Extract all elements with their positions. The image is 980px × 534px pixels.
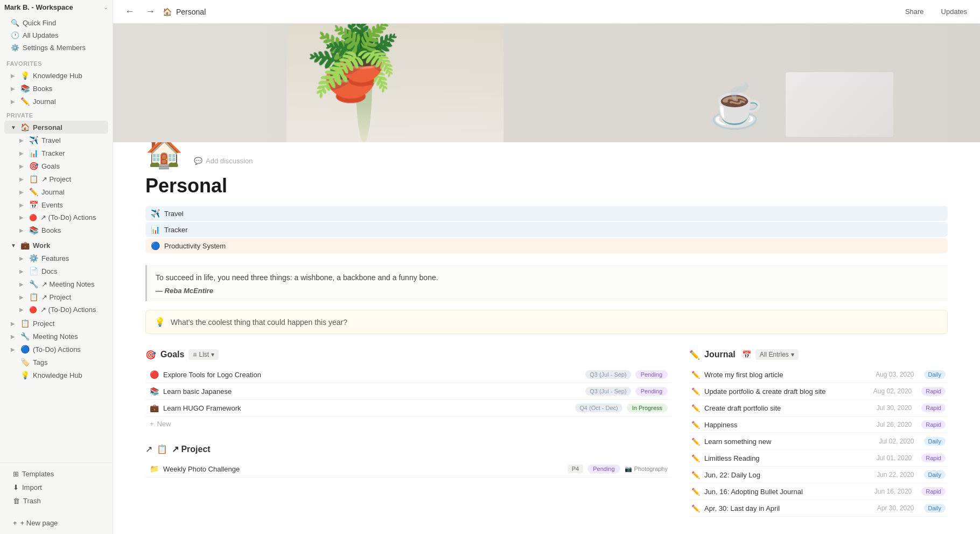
share-button[interactable]: Share — [901, 5, 928, 18]
sidebar-item-docs[interactable]: ▶📄 Docs — [4, 265, 108, 278]
cover-photo: 🪴 ☕ — [113, 24, 980, 142]
pencil-icon-3: ✏️ — [691, 421, 700, 429]
updates-button[interactable]: Updates — [937, 5, 971, 18]
import-icon: ⬇ — [13, 483, 19, 491]
forward-button[interactable]: → — [142, 5, 158, 18]
sidebar-item-events[interactable]: ▶📅 Events — [4, 198, 108, 211]
journal-entry-0[interactable]: ✏️ Wrote my first blog article Aug 03, 2… — [689, 366, 948, 383]
sidebar-item-meeting-notes-top[interactable]: ▶🔧 Meeting Notes — [4, 330, 108, 343]
linked-row-productivity[interactable]: 🔵 Productivity System — [145, 238, 948, 253]
breadcrumb-text: Personal — [176, 8, 206, 16]
settings-members[interactable]: ⚙️ Settings & Members — [4, 41, 108, 54]
add-discussion[interactable]: 💬 Add discussion — [190, 155, 257, 167]
quote-block: To succeed in life, you need three thing… — [145, 265, 948, 301]
journal-entry-5[interactable]: ✏️ Limitless Reading Jul 01, 2020 Rapid — [689, 450, 948, 467]
all-updates[interactable]: 🕐 All Updates — [4, 29, 108, 41]
sidebar-item-tracker[interactable]: ▶📊 Tracker — [4, 147, 108, 159]
journal-entries-list: ✏️ Wrote my first blog article Aug 03, 2… — [689, 366, 948, 517]
sidebar-item-todo-work[interactable]: ▶🔴 ↗ (To-Do) Actions — [4, 303, 108, 316]
updates-icon: 🕐 — [11, 31, 19, 39]
new-page-button[interactable]: + + New page — [9, 516, 104, 530]
journal-entry-1[interactable]: ✏️ Update portfolio & create draft blog … — [689, 383, 948, 400]
right-column: ✏️ Journal 📅 All Entries ▾ ✏️ Wrote my f… — [689, 349, 948, 517]
project-row-0[interactable]: 📁 Weekly Photo Challenge P4 Pending 📷 Ph… — [145, 461, 672, 477]
import-item[interactable]: ⬇ Import — [9, 481, 104, 494]
linked-row-tracker[interactable]: 📊 Tracker — [145, 222, 948, 237]
trash-item[interactable]: 🗑 Trash — [9, 494, 104, 508]
journal-entry-8[interactable]: ✏️ Apr, 30: Last day in April Apr 30, 20… — [689, 500, 948, 517]
linked-travel-label: Travel — [164, 210, 184, 218]
sidebar-item-books-personal[interactable]: ▶📚 Books — [4, 224, 108, 237]
photography-icon: 📷 — [625, 466, 632, 473]
journal-entry-date-8: Apr 30, 2020 — [877, 504, 914, 512]
plus-icon-goals: + — [150, 420, 154, 428]
templates-item[interactable]: ⊞ Templates — [9, 467, 104, 481]
pencil-icon-1: ✏️ — [691, 387, 700, 396]
goal-row-2[interactable]: 💼 Learn HUGO Framework Q4 (Oct - Dec) In… — [145, 400, 672, 417]
project-priority-0: P4 — [568, 464, 583, 473]
journal-entry-date-6: Jun 22, 2020 — [877, 471, 914, 478]
productivity-icon: 🔵 — [151, 241, 160, 250]
sidebar-item-meeting-notes-work[interactable]: ▶🔧 ↗ Meeting Notes — [4, 278, 108, 290]
goals-section: 🎯 Goals ≡ List ▾ 🔴 Explore Tools for Log… — [145, 349, 672, 431]
goals-title: Goals — [160, 350, 184, 359]
page-content: 🪴 ☕ 🏠 💬 Add discussion Personal ✈️ Trave… — [113, 24, 980, 534]
sidebar-item-goals[interactable]: ▶🎯 Goals — [4, 159, 108, 172]
journal-entry-name-7: Jun, 16: Adopting Bullet Journal — [704, 488, 870, 496]
pencil-icon-0: ✏️ — [691, 371, 700, 379]
sidebar-item-journal-personal[interactable]: ▶✏️ Journal — [4, 185, 108, 198]
journal-entry-tag-5: Rapid — [921, 454, 946, 462]
prompt-block: 💡 What's the coolest thing that could ha… — [145, 310, 948, 334]
linked-productivity-label: Productivity System — [164, 242, 226, 250]
sidebar-item-knowledge-hub[interactable]: ▶💡 Knowledge Hub — [4, 69, 108, 82]
sidebar-item-personal[interactable]: ▼🏠 Personal — [4, 121, 108, 134]
journal-entry-3[interactable]: ✏️ Happiness Jul 26, 2020 Rapid — [689, 417, 948, 433]
journal-entry-6[interactable]: ✏️ Jun, 22: Daily Log Jun 22, 2020 Daily — [689, 467, 948, 483]
journal-entry-date-4: Jul 02, 2020 — [879, 438, 914, 445]
goal-name-2: Learn HUGO Framework — [163, 404, 575, 412]
sidebar-item-features[interactable]: ▶⚙️ Features — [4, 252, 108, 265]
project-section: ↗ 📋 ↗ Project 📁 Weekly Photo Challenge P… — [145, 444, 672, 477]
goals-header: 🎯 Goals ≡ List ▾ — [145, 349, 672, 360]
journal-entry-date-1: Aug 02, 2020 — [873, 387, 912, 395]
journal-entry-7[interactable]: ✏️ Jun, 16: Adopting Bullet Journal Jun … — [689, 483, 948, 500]
goal-icon-0: 🔴 — [150, 370, 159, 379]
quick-find[interactable]: 🔍 Quick Find — [4, 17, 108, 29]
workspace-header[interactable]: Mark B. - Workspace ⌄ — [0, 0, 113, 15]
goal-name-1: Learn basic Japanese — [163, 387, 585, 396]
pencil-icon-4: ✏️ — [691, 438, 700, 446]
back-button[interactable]: ← — [122, 5, 138, 18]
sidebar-item-knowledge-hub-bottom[interactable]: 💡 Knowledge Hub — [4, 369, 108, 382]
sidebar-item-todo-top[interactable]: ▶🔵 (To-Do) Actions — [4, 343, 108, 356]
sidebar-item-project-work[interactable]: ▶📋 ↗ Project — [4, 290, 108, 303]
journal-entry-name-4: Learn something new — [704, 438, 874, 446]
goal-row-0[interactable]: 🔴 Explore Tools for Logo Creation Q3 (Ju… — [145, 366, 672, 383]
sidebar-item-travel[interactable]: ▶✈️ Travel — [4, 134, 108, 147]
sidebar-item-journal-fav[interactable]: ▶✏️ Journal — [4, 95, 108, 108]
journal-entry-4[interactable]: ✏️ Learn something new Jul 02, 2020 Dail… — [689, 433, 948, 450]
project-section-icon2: 📋 — [157, 444, 167, 454]
sidebar-item-project-top[interactable]: ▶📋 Project — [4, 317, 108, 330]
sidebar-item-project-personal[interactable]: ▶📋 ↗ Project — [4, 172, 108, 185]
goals-add-new[interactable]: + New — [145, 417, 672, 431]
linked-row-travel[interactable]: ✈️ Travel — [145, 206, 948, 221]
prompt-icon: 💡 — [155, 317, 165, 327]
workspace-chevron: ⌄ — [103, 4, 108, 11]
journal-filter-button[interactable]: All Entries ▾ — [755, 349, 799, 360]
journal-entry-name-2: Create draft portfolio site — [704, 404, 872, 412]
journal-header: ✏️ Journal 📅 All Entries ▾ — [689, 349, 948, 360]
goals-view-button[interactable]: ≡ List ▾ — [188, 349, 219, 360]
quote-author: — Reba McEntire — [156, 287, 939, 295]
trash-icon: 🗑 — [13, 497, 20, 505]
journal-entry-2[interactable]: ✏️ Create draft portfolio site Jul 30, 2… — [689, 400, 948, 417]
journal-entry-name-5: Limitless Reading — [704, 454, 872, 462]
sidebar: Mark B. - Workspace ⌄ 🔍 Quick Find 🕐 All… — [0, 0, 113, 534]
sidebar-item-todo-personal[interactable]: ▶🔴 ↗ (To-Do) Actions — [4, 211, 108, 224]
main-columns: 🎯 Goals ≡ List ▾ 🔴 Explore Tools for Log… — [113, 341, 980, 525]
sidebar-item-books-fav[interactable]: ▶📚 Books — [4, 82, 108, 95]
sidebar-item-work[interactable]: ▼💼 Work — [4, 239, 108, 252]
goal-row-1[interactable]: 📚 Learn basic Japanese Q3 (Jul - Sep) Pe… — [145, 383, 672, 400]
sidebar-item-tags[interactable]: 🏷️ Tags — [4, 356, 108, 369]
pencil-icon-8: ✏️ — [691, 504, 700, 512]
goal-status-0: Pending — [635, 370, 668, 379]
